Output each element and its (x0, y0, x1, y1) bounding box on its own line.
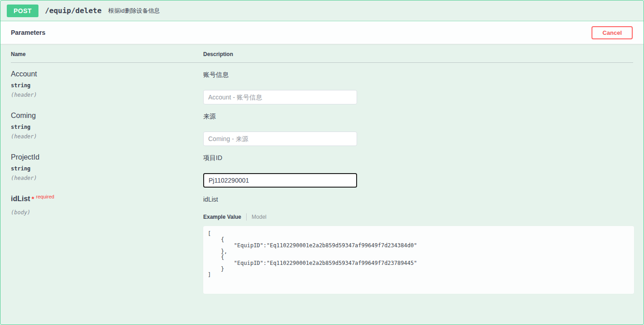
param-type: string (11, 82, 203, 89)
parameters-title: Parameters (11, 29, 45, 36)
endpoint-path: /equip/delete (45, 6, 101, 15)
param-location: (header) (11, 175, 203, 181)
param-name: ProjectId (11, 153, 203, 161)
column-header-name: Name (11, 51, 203, 57)
param-row-idlist: idList*required (body) idList Example Va… (11, 188, 633, 294)
param-row-account: Account string (header) 账号信息 (11, 63, 633, 104)
param-name: Coming (11, 112, 203, 120)
param-location: (header) (11, 92, 203, 98)
opblock-summary[interactable]: POST /equip/delete 根据id删除设备信息 (0, 0, 644, 21)
opblock-post-equip-delete: POST /equip/delete 根据id删除设备信息 Parameters… (0, 0, 644, 325)
required-star: * (32, 195, 34, 203)
parameters-table: Name Description Account string (header)… (0, 44, 644, 294)
param-type: string (11, 165, 203, 172)
coming-input[interactable] (203, 132, 357, 146)
param-name: idList*required (11, 195, 203, 203)
endpoint-summary: 根据id删除设备信息 (108, 7, 160, 15)
param-description: 账号信息 (203, 71, 633, 79)
projectid-input[interactable] (203, 173, 357, 188)
param-type: string (11, 124, 203, 130)
example-model-tabs: Example Value Model (203, 213, 634, 221)
account-input[interactable] (203, 90, 357, 104)
example-json-code: [ { "EquipID":"Eq1102290001e2a2b859d5934… (208, 231, 630, 278)
tab-divider (246, 213, 247, 221)
column-header-description: Description (203, 51, 633, 57)
example-json-block: [ { "EquipID":"Eq1102290001e2a2b859d5934… (203, 226, 634, 294)
tab-model[interactable]: Model (252, 214, 267, 220)
param-location: (body) (11, 209, 203, 216)
param-description: 项目ID (203, 154, 633, 162)
param-row-projectid: ProjectId string (header) 项目ID (11, 146, 633, 188)
tab-example-value[interactable]: Example Value (203, 214, 241, 220)
param-name: Account (11, 70, 203, 78)
param-location: (header) (11, 133, 203, 140)
cancel-button[interactable]: Cancel (592, 26, 633, 39)
parameters-section-header: Parameters Cancel (0, 21, 644, 44)
table-header-row: Name Description (11, 44, 633, 63)
param-row-coming: Coming string (header) 来源 (11, 104, 633, 146)
required-label: required (36, 194, 54, 199)
http-method-badge: POST (7, 5, 38, 17)
param-description: 来源 (203, 113, 633, 121)
param-description: idList (203, 196, 634, 203)
